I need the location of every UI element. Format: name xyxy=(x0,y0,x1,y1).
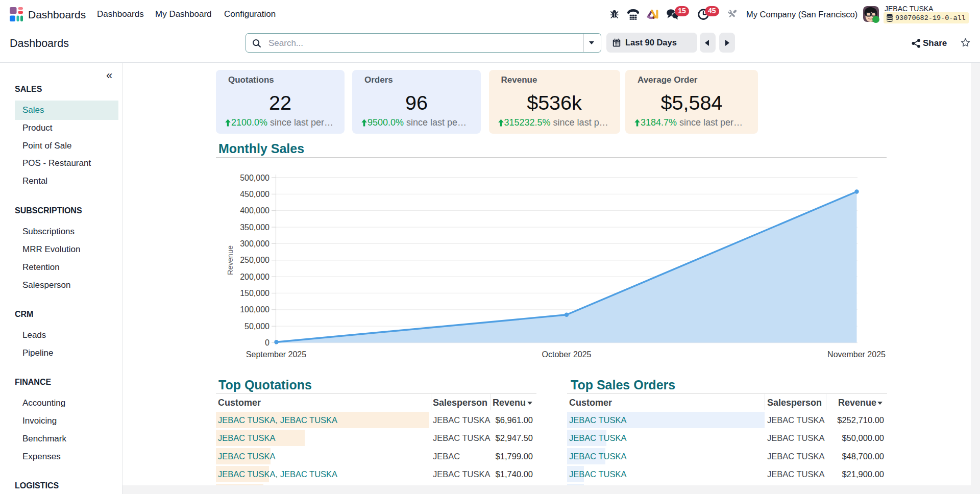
svg-text:450,000: 450,000 xyxy=(240,190,270,199)
svg-text:400,000: 400,000 xyxy=(240,206,270,215)
svg-text:Revenue: Revenue xyxy=(226,245,234,275)
svg-text:250,000: 250,000 xyxy=(240,256,270,264)
svg-text:100,000: 100,000 xyxy=(240,305,270,314)
svg-text:0: 0 xyxy=(265,338,270,347)
svg-text:50,000: 50,000 xyxy=(244,322,270,331)
svg-text:September 2025: September 2025 xyxy=(246,350,306,359)
svg-text:200,000: 200,000 xyxy=(240,273,270,281)
svg-text:500,000: 500,000 xyxy=(240,174,270,182)
svg-text:300,000: 300,000 xyxy=(240,239,270,248)
svg-text:150,000: 150,000 xyxy=(240,289,270,298)
svg-text:350,000: 350,000 xyxy=(240,223,270,232)
svg-text:November 2025: November 2025 xyxy=(827,350,886,359)
svg-text:October 2025: October 2025 xyxy=(542,350,592,359)
